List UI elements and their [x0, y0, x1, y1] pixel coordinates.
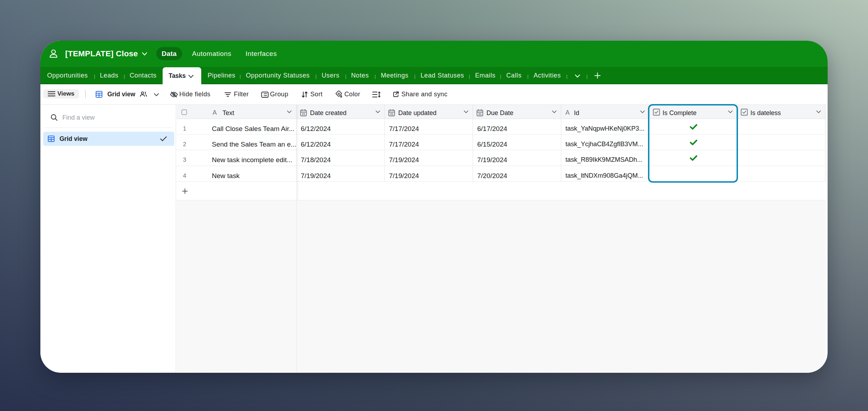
svg-text:31: 31 — [478, 112, 482, 116]
svg-text:31: 31 — [390, 112, 394, 116]
svg-text:31: 31 — [302, 112, 305, 116]
